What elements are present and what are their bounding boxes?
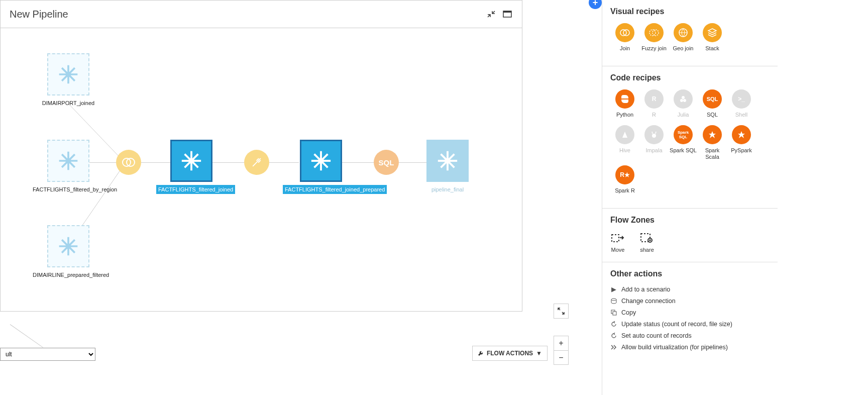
svg-rect-26 <box>613 312 616 315</box>
fullscreen-button[interactable] <box>554 304 569 319</box>
svg-rect-1 <box>503 11 511 13</box>
main-canvas-area: New Pipeline DIMAIRPORT_joined <box>0 0 603 395</box>
recipe-stack[interactable]: Stack <box>698 23 727 52</box>
forward-icon <box>610 345 617 350</box>
collapse-icon[interactable] <box>486 9 497 20</box>
flow-actions-label: FLOW ACTIONS <box>487 350 533 357</box>
flow-actions-button[interactable]: FLOW ACTIONS ▼ <box>472 346 548 361</box>
action-change-connection[interactable]: Change connection <box>610 298 770 305</box>
action-copy[interactable]: Copy <box>610 309 770 316</box>
wrench-icon <box>478 350 484 356</box>
flowzone-share[interactable]: share <box>639 232 655 253</box>
action-set-auto-count[interactable]: Set auto count of records <box>610 332 770 339</box>
flowzone-move[interactable]: Move <box>610 232 625 253</box>
zoom-in-button[interactable]: + <box>554 336 568 350</box>
recipe-julia[interactable]: Julia <box>669 89 698 118</box>
action-update-status[interactable]: Update status (count of record, file siz… <box>610 321 770 328</box>
recipe-join[interactable] <box>116 150 141 175</box>
action-allow-virtualization[interactable]: Allow build virtualization (for pipeline… <box>610 344 770 351</box>
recipe-prepare[interactable] <box>244 150 269 175</box>
svg-point-17 <box>680 99 683 102</box>
dataset-node-factflights-prepared[interactable]: FACTFLIGHTS_filtered_joined_prepared <box>283 140 359 194</box>
dataset-node-factflights-joined[interactable]: FACTFLIGHTS_filtered_joined <box>156 140 227 194</box>
sql-icon: SQL <box>374 150 399 175</box>
recipe-r[interactable]: RR <box>639 89 669 118</box>
database-icon <box>610 298 617 304</box>
svg-point-18 <box>683 99 686 102</box>
svg-point-14 <box>649 30 656 36</box>
view-select[interactable]: ult <box>0 348 95 361</box>
recipe-spark-scala[interactable]: Spark Scala <box>698 125 727 160</box>
recipe-join[interactable]: Join <box>610 23 639 52</box>
svg-point-6 <box>66 244 71 249</box>
code-recipes-section: Code recipes Python RR Julia SQLSQL >_Sh… <box>602 66 778 209</box>
node-label: DIMAIRPORT_joined <box>31 98 106 108</box>
copy-icon <box>610 310 617 316</box>
recipe-geo-join[interactable]: Geo join <box>669 23 698 52</box>
recipe-shell[interactable]: >_Shell <box>727 89 756 118</box>
recipe-sql[interactable]: SQLSQL <box>698 89 727 118</box>
pipeline-header: New Pipeline <box>1 1 522 28</box>
recipe-spark-r[interactable]: R★Spark R <box>610 165 639 194</box>
svg-rect-21 <box>612 235 619 242</box>
dataset-node-dimairport[interactable]: DIMAIRPORT_joined <box>31 53 106 108</box>
svg-point-9 <box>188 158 194 164</box>
refresh-icon <box>610 333 617 339</box>
svg-point-4 <box>66 72 71 77</box>
section-title: Visual recipes <box>610 7 770 16</box>
svg-point-19 <box>682 96 685 99</box>
recipe-impala[interactable]: Impala <box>639 125 669 160</box>
zoom-out-button[interactable]: − <box>554 350 568 364</box>
recipe-spark-sql[interactable]: SparkSQLSpark SQL <box>669 125 698 160</box>
node-label: FACTFLIGHTS_filtered_joined <box>156 185 235 194</box>
zoom-controls: + − <box>554 336 569 365</box>
section-title: Other actions <box>610 269 770 278</box>
recipe-sql[interactable]: SQL <box>374 150 399 175</box>
other-actions-section: Other actions ▶Add to a scenario Change … <box>602 262 778 360</box>
section-title: Code recipes <box>610 73 770 82</box>
svg-point-20 <box>652 134 656 138</box>
pipeline-title: New Pipeline <box>10 9 481 20</box>
svg-point-5 <box>66 158 71 164</box>
node-label: FACTFLIGHTS_filtered_by_region <box>31 185 106 194</box>
refresh-icon <box>610 321 617 327</box>
action-add-to-scenario[interactable]: ▶Add to a scenario <box>610 285 770 293</box>
play-icon: ▶ <box>610 285 617 293</box>
section-title: Flow Zones <box>610 216 770 225</box>
recipe-fuzzy-join[interactable]: Fuzzy join <box>639 23 669 52</box>
svg-point-11 <box>445 158 451 164</box>
dataset-node-pipeline-final[interactable]: pipeline_final <box>417 140 478 194</box>
node-label: DIMAIRLINE_prepared_filtered <box>31 270 106 279</box>
edge-fragment <box>10 324 43 348</box>
svg-point-10 <box>318 158 324 164</box>
recipe-hive[interactable]: Hive <box>610 125 639 160</box>
dataset-node-dimairline[interactable]: DIMAIRLINE_prepared_filtered <box>31 225 106 279</box>
svg-point-24 <box>611 299 616 301</box>
pipeline-panel: New Pipeline DIMAIRPORT_joined <box>0 0 522 312</box>
dataset-node-factflights-region[interactable]: FACTFLIGHTS_filtered_by_region <box>31 140 106 194</box>
recipe-pyspark[interactable]: PySpark <box>727 125 756 160</box>
node-label: pipeline_final <box>417 185 478 194</box>
recipe-python[interactable]: Python <box>610 89 639 118</box>
caret-down-icon: ▼ <box>536 350 542 357</box>
right-sidebar: Visual recipes Join Fuzzy join Geo join … <box>602 0 778 395</box>
flow-canvas[interactable]: DIMAIRPORT_joined FACTFLIGHTS_filtered_b… <box>1 28 522 311</box>
maximize-icon[interactable] <box>502 9 513 20</box>
flow-zones-section: Flow Zones Move share <box>602 209 778 262</box>
visual-recipes-section: Visual recipes Join Fuzzy join Geo join … <box>602 0 778 66</box>
node-label: FACTFLIGHTS_filtered_joined_prepared <box>283 185 387 194</box>
